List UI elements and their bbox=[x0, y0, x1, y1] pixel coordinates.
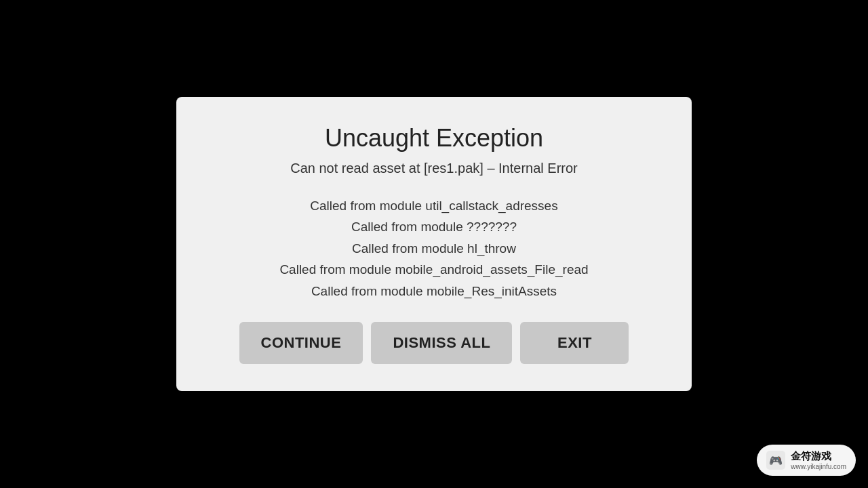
dialog-buttons: CONTINUE DISMISS ALL EXIT bbox=[210, 322, 658, 364]
watermark-badge: 🎮 金符游戏 www.yikajinfu.com bbox=[757, 445, 856, 476]
continue-button[interactable]: CONTINUE bbox=[239, 322, 363, 364]
watermark-main-text: 金符游戏 bbox=[791, 450, 831, 463]
dialog-body: Called from module util_callstack_adress… bbox=[279, 195, 588, 302]
watermark-sub-text: www.yikajinfu.com bbox=[791, 463, 846, 470]
dialog-title: Uncaught Exception bbox=[325, 124, 543, 152]
dismiss-all-button[interactable]: DISMISS ALL bbox=[371, 322, 512, 364]
callstack-line-4: Called from module mobile_android_assets… bbox=[279, 259, 588, 280]
callstack-line-5: Called from module mobile_Res_initAssets bbox=[279, 281, 588, 302]
callstack-line-1: Called from module util_callstack_adress… bbox=[279, 195, 588, 216]
callstack-line-3: Called from module hl_throw bbox=[279, 238, 588, 259]
game-icon: 🎮 bbox=[769, 454, 783, 467]
exception-dialog: Uncaught Exception Can not read asset at… bbox=[176, 97, 692, 391]
dialog-subtitle: Can not read asset at [res1.pak] – Inter… bbox=[290, 161, 578, 176]
exit-button[interactable]: EXIT bbox=[520, 322, 629, 364]
watermark-text-container: 金符游戏 www.yikajinfu.com bbox=[791, 450, 846, 470]
callstack-line-2: Called from module ??????? bbox=[279, 216, 588, 237]
watermark-icon: 🎮 bbox=[766, 451, 785, 470]
